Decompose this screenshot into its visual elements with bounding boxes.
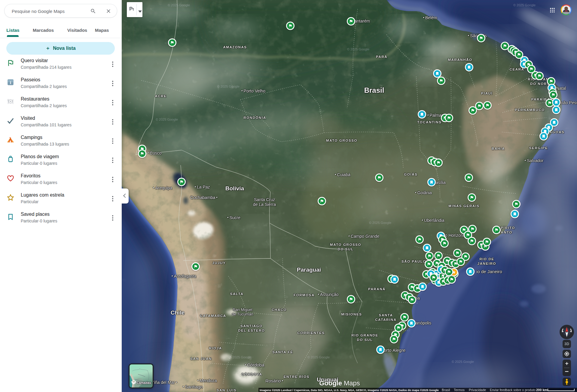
svg-text:Camadas: Camadas [136,381,151,384]
svg-text:i: i [10,80,11,85]
